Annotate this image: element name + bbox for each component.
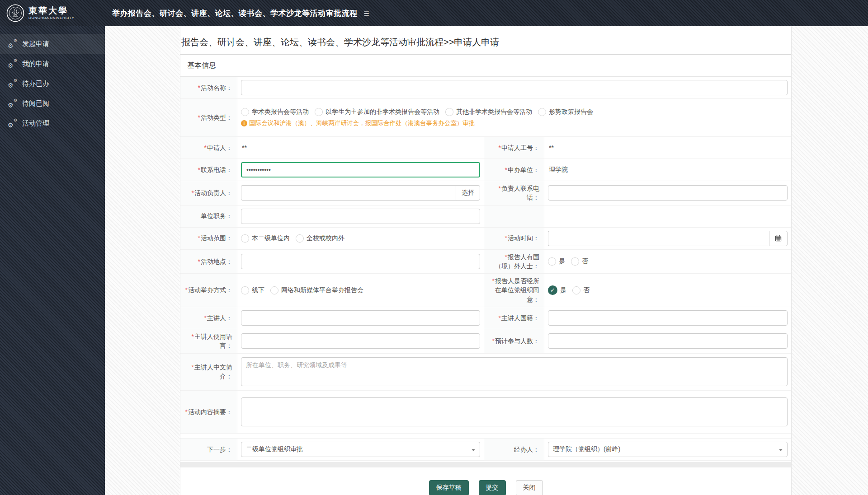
activity-time-label: *活动时间： [484,228,544,249]
speaker-language-input[interactable] [241,333,480,349]
radio-foreign-yes[interactable]: 是 [548,257,565,266]
radio-consent-yes[interactable]: ✓是 [548,285,566,295]
activity-scope-options: 本二级单位内 全校或校内外 [241,234,350,243]
next-step-select[interactable]: 二级单位党组织审批 [241,442,480,457]
radio-circle-icon [445,108,453,116]
form-row-speaker-language: *主讲人使用语言： *预计参与人数： [180,329,791,354]
menu-toggle-icon[interactable]: ≡ [364,9,369,18]
sidebar-item-label: 活动管理 [22,119,49,128]
applicant-id-value: ** [548,144,554,151]
apply-unit-label: *申办单位： [484,159,544,181]
activity-time-input[interactable] [548,231,769,246]
activity-leader-input[interactable] [241,185,456,201]
chevron-down-icon [472,449,475,451]
action-buttons: 保存草稿 提交 关闭 [180,480,791,495]
sidebar-item-label: 待办已办 [22,79,49,88]
form-row-activity-leader: *活动负责人： 选择 *负责人联系电话： [180,181,791,205]
sidebar-item-activity-management[interactable]: ⚙⚙ 活动管理 [0,113,105,133]
radio-circle-icon [270,286,278,294]
applicant-id-label: *申请人工号： [484,137,544,159]
activity-mode-options: 线下 网络和新媒体平台举办报告会 [241,286,369,294]
radio-circle-icon [296,234,304,243]
activity-type-label: *活动类型： [180,99,237,136]
form-row-activity-place: *活动地点： *报告人有国（境）外人士： 是 否 [180,250,791,274]
radio-circle-icon [241,108,249,116]
radio-within-unit[interactable]: 本二级单位内 [241,234,290,243]
contact-phone-label: *联系电话： [180,159,237,181]
activity-name-input[interactable] [241,80,788,95]
applicant-label: *申请人： [180,137,237,159]
radio-circle-icon [241,286,249,294]
chevron-down-icon [779,449,783,451]
form-card: 报告会、研讨会、讲座、论坛、读书会、学术沙龙等活动审批流程>>申请人申请 基本信… [180,26,792,495]
radio-other-nonacademic-lecture[interactable]: 其他非学术类报告会等活动 [445,108,532,116]
section-title-basic-info: 基本信息 [180,55,791,77]
radio-consent-no[interactable]: 否 [572,286,590,294]
activity-type-options: 学术类报告会等活动 以学生为主参加的非学术类报告会等活动 其他非学术类报告会等活… [241,108,599,116]
speaker-input[interactable] [241,310,480,326]
leader-select-button[interactable]: 选择 [456,185,480,201]
contact-phone-input[interactable] [241,162,480,177]
international-meeting-note: i 国际会议和沪港（澳）、海峡两岸研讨会，报国际合作处（港澳台事务办公室）审批 [241,119,475,127]
apply-unit-value: 理学院 [548,166,568,174]
handler-select[interactable]: 理学院（党组织）(谢峰) [548,442,788,457]
cogs-icon: ⚙⚙ [8,40,17,48]
speaker-nationality-input[interactable] [548,310,788,326]
sidebar-item-label: 待阅已阅 [22,99,49,108]
radio-offline[interactable]: 线下 [241,286,264,294]
close-button[interactable]: 关闭 [516,480,543,495]
form-row-speaker: *主讲人： *主讲人国籍： [180,307,791,329]
sidebar-item-label: 发起申请 [22,40,49,48]
radio-policy-lecture[interactable]: 形势政策报告会 [538,108,593,116]
sidebar-item-todo-done[interactable]: ⚙⚙ 待办已办 [0,74,105,93]
activity-name-label: *活动名称： [180,77,237,98]
activity-summary-label: *活动内容摘要： [180,391,237,433]
calendar-icon [775,235,782,242]
radio-foreign-no[interactable]: 否 [571,257,588,266]
calendar-button[interactable] [769,231,788,246]
radio-circle-icon [241,234,249,243]
submit-button[interactable]: 提交 [479,480,506,495]
cogs-icon: ⚙⚙ [8,100,17,107]
radio-student-nonacademic-lecture[interactable]: 以学生为主参加的非学术类报告会等活动 [315,108,439,116]
logo-text-en: DONGHUA UNIVERSITY [28,16,74,20]
activity-place-input[interactable] [241,254,480,269]
unit-position-label: 单位职务： [180,205,237,227]
party-consent-options: ✓是 否 [548,285,595,295]
basic-info-form: *活动名称： *活动类型： 学术类报告会等活动 以学生为主参加的非学术类报告会等… [180,77,791,434]
form-row-activity-mode: *活动举办方式： 线下 网络和新媒体平台举办报告会 *报告人是否经所在单位党组织… [180,274,791,307]
expected-participants-input[interactable] [548,333,788,349]
activity-summary-textarea[interactable] [241,397,788,426]
leader-phone-input[interactable] [548,185,788,201]
page-title: 报告会、研讨会、讲座、论坛、读书会、学术沙龙等活动审批流程>>申请人申请 [180,26,791,55]
form-row-speaker-intro: *主讲人中文简介： [180,354,791,391]
sidebar-item-my-requests[interactable]: ⚙⚙ 我的申请 [0,54,105,74]
app-root: 東華大學 DONGHUA UNIVERSITY 举办报告会、研讨会、讲座、论坛、… [0,0,868,495]
app-title: 举办报告会、研讨会、讲座、论坛、读书会、学术沙龙等活动审批流程 [112,8,358,19]
radio-circle-icon [572,286,580,294]
speaker-intro-textarea[interactable] [241,357,788,386]
sidebar-item-toread-read[interactable]: ⚙⚙ 待阅已阅 [0,93,105,113]
empty-field-cell [544,205,791,227]
radio-circle-icon [538,108,546,116]
sidebar: ⚙⚙ 发起申请 ⚙⚙ 我的申请 ⚙⚙ 待办已办 ⚙⚙ 待阅已阅 ⚙⚙ 活动管理 [0,26,105,495]
radio-circle-icon [315,108,323,116]
applicant-value: ** [241,144,247,151]
cogs-icon: ⚙⚙ [8,80,17,88]
form-row-activity-type: *活动类型： 学术类报告会等活动 以学生为主参加的非学术类报告会等活动 其他非学… [180,99,791,137]
cogs-icon: ⚙⚙ [8,120,17,127]
top-header: 東華大學 DONGHUA UNIVERSITY 举办报告会、研讨会、讲座、论坛、… [0,0,868,26]
logo-text-cn: 東華大學 [28,6,74,16]
unit-position-input[interactable] [241,209,480,224]
radio-academic-lecture[interactable]: 学术类报告会等活动 [241,108,309,116]
sidebar-item-initiate-request[interactable]: ⚙⚙ 发起申请 [0,34,105,54]
activity-leader-label: *活动负责人： [180,181,237,205]
speaker-language-label: *主讲人使用语言： [180,329,237,353]
info-icon: i [241,120,247,126]
activity-place-label: *活动地点： [180,250,237,274]
save-draft-button[interactable]: 保存草稿 [429,480,469,495]
radio-whole-school[interactable]: 全校或校内外 [296,234,344,243]
radio-online-media[interactable]: 网络和新媒体平台举办报告会 [270,286,363,294]
foreign-speaker-label: *报告人有国（境）外人士： [484,250,544,274]
radio-circle-icon [548,257,556,266]
